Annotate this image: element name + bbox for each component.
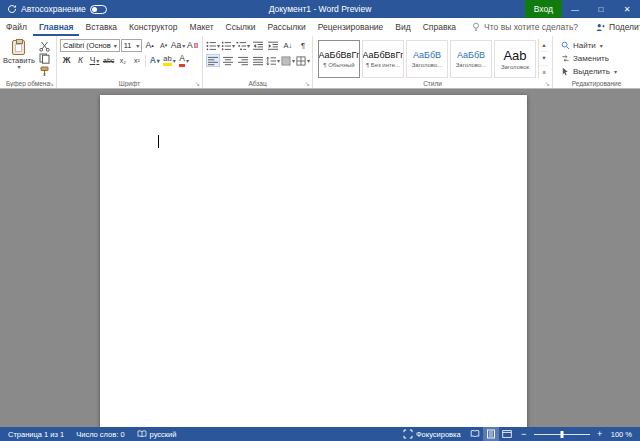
tab-help[interactable]: Справка <box>417 18 462 36</box>
shrink-font-button[interactable]: А <box>157 39 170 52</box>
zoom-in-button[interactable]: + <box>595 430 605 439</box>
titlebar-right: Вход — □ ✕ <box>525 0 640 18</box>
find-button[interactable]: Найти <box>556 39 637 51</box>
subscript-button[interactable]: x₂ <box>116 54 129 67</box>
font-color-button[interactable]: А <box>178 54 191 67</box>
underline-button[interactable]: Ч <box>88 54 101 67</box>
font-size-value: 11 <box>124 41 135 50</box>
superscript-button[interactable]: x² <box>130 54 143 67</box>
tab-design[interactable]: Конструктор <box>123 18 183 36</box>
align-left-button[interactable] <box>206 54 220 67</box>
bold-button[interactable]: Ж <box>60 54 73 67</box>
highlight-label: ab <box>163 55 171 66</box>
tab-layout[interactable]: Макет <box>184 18 220 36</box>
font-dialog-launcher-icon[interactable] <box>195 81 200 87</box>
document-page[interactable] <box>100 95 527 427</box>
font-color-label: А <box>179 54 185 66</box>
style-preview: АаБбВвГг <box>362 50 403 61</box>
focus-icon <box>403 429 413 439</box>
clipboard-dialog-launcher-icon[interactable] <box>49 81 54 87</box>
style-heading-1[interactable]: АаБбВ Заголово... <box>406 40 448 78</box>
italic-button[interactable]: К <box>74 54 87 67</box>
style-label: ¶ Без инте... <box>366 62 400 68</box>
tab-home[interactable]: Главная <box>33 18 80 36</box>
tab-view[interactable]: Вид <box>389 18 416 36</box>
borders-button[interactable] <box>296 54 310 67</box>
tab-mailings[interactable]: Рассылки <box>262 18 312 36</box>
focus-label: Фокусировка <box>416 430 461 439</box>
zoom-out-button[interactable]: − <box>519 430 529 439</box>
justify-button[interactable] <box>251 54 265 67</box>
maximize-button[interactable]: □ <box>588 0 614 18</box>
web-layout-button[interactable] <box>499 427 515 441</box>
close-button[interactable]: ✕ <box>614 0 640 18</box>
autosave-control[interactable]: Автосохранение <box>0 4 114 14</box>
tab-review[interactable]: Рецензирование <box>312 18 390 36</box>
print-layout-button[interactable] <box>483 427 499 441</box>
shading-button[interactable] <box>281 54 295 67</box>
sort-button[interactable]: А↓ <box>281 39 295 52</box>
align-right-button[interactable] <box>236 54 250 67</box>
styles-gallery: АаБбВвГг ¶ Обычный АаБбВвГг ¶ Без инте..… <box>316 39 536 77</box>
minimize-button[interactable]: — <box>562 0 588 18</box>
tell-me-search[interactable]: Что вы хотите сделать? <box>464 18 586 36</box>
zoom-level[interactable]: 100 % <box>609 430 638 439</box>
borders-icon <box>296 56 306 66</box>
change-case-button[interactable]: Аа <box>171 39 185 52</box>
multilevel-list-button[interactable] <box>236 39 250 52</box>
autosave-label: Автосохранение <box>21 4 86 14</box>
paragraph-dialog-launcher-icon[interactable] <box>305 81 310 87</box>
bullets-button[interactable] <box>206 39 220 52</box>
copy-button[interactable] <box>35 53 54 64</box>
styles-scroll-down-icon[interactable]: ▼ <box>539 52 549 65</box>
decrease-indent-button[interactable] <box>251 39 265 52</box>
align-center-button[interactable] <box>221 54 235 67</box>
clear-formatting-button[interactable]: А <box>186 39 199 52</box>
language-indicator[interactable]: русский <box>131 427 183 441</box>
align-right-icon <box>238 56 248 66</box>
grow-font-button[interactable]: А <box>143 39 156 52</box>
highlight-color-button[interactable]: ab <box>162 54 176 67</box>
page-indicator[interactable]: Страница 1 из 1 <box>2 427 70 441</box>
tab-file[interactable]: Файл <box>0 18 33 36</box>
styles-dialog-launcher-icon[interactable] <box>545 81 550 87</box>
align-left-icon <box>208 56 218 66</box>
style-no-spacing[interactable]: АаБбВвГг ¶ Без инте... <box>362 40 404 78</box>
tab-references[interactable]: Ссылки <box>220 18 262 36</box>
share-label: Поделиться <box>609 22 640 32</box>
style-normal[interactable]: АаБбВвГг ¶ Обычный <box>318 40 360 78</box>
read-mode-button[interactable] <box>467 427 483 441</box>
zoom-slider-thumb[interactable] <box>560 431 563 438</box>
font-name-combo[interactable]: Calibri (Основ <box>60 39 120 52</box>
shading-icon <box>281 56 291 66</box>
text-effects-button[interactable]: А <box>148 54 161 67</box>
numbering-button[interactable] <box>221 39 235 52</box>
style-title[interactable]: Aab Заголовок <box>494 40 536 78</box>
styles-scroll-up-icon[interactable]: ▲ <box>539 39 549 52</box>
paste-dropdown-arrow-icon[interactable] <box>17 65 20 70</box>
paragraph-row-2 <box>206 54 309 67</box>
share-button[interactable]: Поделиться <box>586 18 640 36</box>
autosave-toggle[interactable] <box>90 5 107 14</box>
sign-in-button[interactable]: Вход <box>525 0 562 18</box>
tab-insert[interactable]: Вставка <box>79 18 123 36</box>
style-label: Заголово... <box>456 62 487 68</box>
focus-mode-button[interactable]: Фокусировка <box>397 427 467 441</box>
cut-button[interactable] <box>35 41 54 52</box>
font-size-combo[interactable]: 11 <box>121 39 142 52</box>
line-spacing-button[interactable] <box>266 54 280 67</box>
paragraph-group: А↓ ¶ <box>203 36 313 88</box>
ribbon: Вставить Буфер обмена Calibr <box>0 36 640 89</box>
select-button[interactable]: Выделить <box>556 65 637 77</box>
style-heading-2[interactable]: АаБбВ Заголово... <box>450 40 492 78</box>
numbered-list-icon <box>221 41 231 51</box>
zoom-slider[interactable] <box>534 434 590 435</box>
show-formatting-marks-button[interactable]: ¶ <box>296 39 310 52</box>
styles-gallery-more-icon[interactable]: ≡ <box>539 66 549 78</box>
word-count[interactable]: Число слов: 0 <box>70 427 130 441</box>
increase-indent-button[interactable] <box>266 39 280 52</box>
replace-button[interactable]: Заменить <box>556 52 637 64</box>
strikethrough-button[interactable]: abc <box>102 54 115 67</box>
paste-button[interactable]: Вставить <box>3 39 35 77</box>
format-painter-button[interactable] <box>35 66 54 77</box>
